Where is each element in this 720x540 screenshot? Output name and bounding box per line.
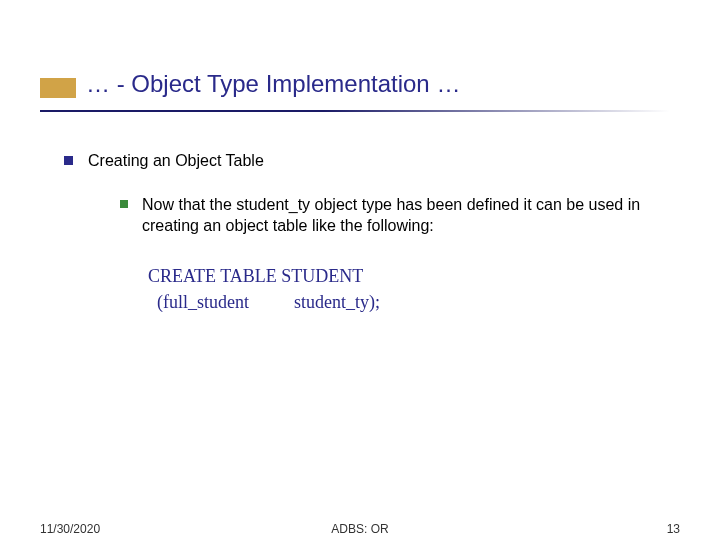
code-block: CREATE TABLE STUDENT (full_student stude… (148, 263, 660, 315)
slide-body: Creating an Object Table Now that the st… (60, 150, 660, 339)
bullet-level2: Now that the student_ty object type has … (116, 194, 660, 237)
code-line-2: (full_student student_ty); (148, 292, 380, 312)
bullet-level2-text: Now that the student_ty object type has … (142, 196, 640, 235)
square-bullet-icon (64, 156, 73, 165)
code-line-1: CREATE TABLE STUDENT (148, 266, 363, 286)
slide: { "title": "… - Object Type Implementati… (0, 0, 720, 540)
footer-page-number: 13 (667, 522, 680, 536)
bullet-level1-text: Creating an Object Table (88, 152, 264, 169)
square-bullet-icon (120, 200, 128, 208)
footer-center: ADBS: OR (40, 522, 680, 536)
title-block: … - Object Type Implementation … (40, 70, 660, 98)
slide-title: … - Object Type Implementation … (86, 70, 660, 98)
bullet-level1: Creating an Object Table Now that the st… (60, 150, 660, 315)
title-underline (40, 110, 670, 112)
